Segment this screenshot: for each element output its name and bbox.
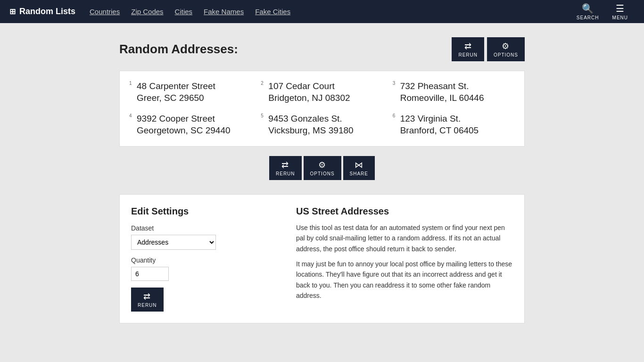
nav-link-zipcodes[interactable]: Zip Codes [131,8,163,16]
nav-right: 🔍 SEARCH ☰ MENU [570,0,635,23]
rerun-button-settings[interactable]: ⇄ RERUN [131,288,164,312]
address-street: 107 Cedar Court [268,81,383,92]
menu-button[interactable]: ☰ MENU [606,0,635,23]
quantity-group: Quantity [131,256,282,281]
rerun-label-settings: RERUN [138,303,157,308]
address-street: 48 Carpenter Street [137,81,251,92]
share-icon-bottom: ⋈ [355,160,363,170]
info-paragraph1: Use this tool as test data for an automa… [296,222,513,254]
info-panel: US Street Addresses Use this tool as tes… [296,206,513,312]
page-wrapper: Random Addresses: ⇄ RERUN ⚙ OPTIONS 1 48… [110,23,534,337]
navbar: ⊞ Random Lists Countries Zip Codes Citie… [0,0,644,23]
address-grid: 1 48 Carpenter Street Greer, SC 29650 2 … [129,81,515,137]
brand-icon: ⊞ [9,7,16,16]
address-item: 3 732 Pheasant St. Romeoville, IL 60446 [393,81,515,104]
share-label-bottom: SHARE [350,171,368,176]
bottom-buttons: ⇄ RERUN ⚙ OPTIONS ⋈ SHARE [119,156,525,180]
dataset-group: Dataset Addresses People Places [131,224,282,250]
info-paragraph2: It may just be fun to annoy your local p… [296,259,513,301]
rerun-icon-bottom: ⇄ [281,160,289,170]
page-title: Random Addresses: [119,42,238,57]
address-city: Greer, SC 29650 [137,92,251,104]
address-city: Branford, CT 06405 [400,125,515,137]
address-card: 1 48 Carpenter Street Greer, SC 29650 2 … [119,71,525,147]
address-number: 1 [129,81,132,86]
options-button-top[interactable]: ⚙ OPTIONS [487,37,525,61]
address-item: 6 123 Virginia St. Branford, CT 06405 [393,113,515,136]
options-button-bottom[interactable]: ⚙ OPTIONS [304,156,341,180]
rerun-label-top: RERUN [458,52,478,58]
nav-link-cities[interactable]: Cities [175,8,193,16]
page-header: Random Addresses: ⇄ RERUN ⚙ OPTIONS [119,37,525,61]
options-icon-top: ⚙ [502,41,510,51]
rerun-button-bottom[interactable]: ⇄ RERUN [269,156,302,180]
rerun-icon-top: ⇄ [464,41,472,51]
address-item: 5 9453 Gonzales St. Vicksburg, MS 39180 [261,113,383,136]
nav-link-fakecities[interactable]: Fake Cities [255,8,290,16]
address-number: 6 [393,113,396,119]
dataset-select[interactable]: Addresses People Places [131,235,216,250]
address-street: 9392 Cooper Street [137,113,251,125]
options-label-bottom: OPTIONS [310,171,335,176]
settings-title: Edit Settings [131,206,282,217]
address-street: 9453 Gonzales St. [268,113,383,125]
info-title: US Street Addresses [296,206,513,217]
nav-link-fakenames[interactable]: Fake Names [204,8,244,16]
options-icon-bottom: ⚙ [318,160,326,170]
address-item: 2 107 Cedar Court Bridgeton, NJ 08302 [261,81,383,104]
address-number: 5 [261,113,264,119]
rerun-button-top[interactable]: ⇄ RERUN [452,37,484,61]
nav-links: Countries Zip Codes Cities Fake Names Fa… [90,8,570,16]
share-button-bottom[interactable]: ⋈ SHARE [343,156,375,180]
search-label: SEARCH [577,15,599,20]
address-item: 1 48 Carpenter Street Greer, SC 29650 [129,81,251,104]
quantity-input[interactable] [131,267,169,281]
edit-settings-panel: Edit Settings Dataset Addresses People P… [131,206,282,312]
rerun-label-bottom: RERUN [276,171,295,176]
header-buttons: ⇄ RERUN ⚙ OPTIONS [452,37,525,61]
menu-label: MENU [612,15,628,20]
rerun-icon-settings: ⇄ [143,291,151,302]
address-number: 4 [129,113,132,119]
address-city: Bridgeton, NJ 08302 [268,92,383,104]
options-label-top: OPTIONS [494,52,518,58]
menu-icon: ☰ [616,3,624,14]
address-street: 123 Virginia St. [400,113,515,125]
address-city: Vicksburg, MS 39180 [268,125,383,137]
address-street: 732 Pheasant St. [400,81,515,92]
address-city: Georgetown, SC 29440 [137,125,251,137]
address-item: 4 9392 Cooper Street Georgetown, SC 2944… [129,113,251,136]
nav-link-countries[interactable]: Countries [90,8,120,16]
lower-section: Edit Settings Dataset Addresses People P… [119,194,525,323]
search-button[interactable]: 🔍 SEARCH [570,0,606,23]
brand-name: Random Lists [19,7,75,16]
quantity-label: Quantity [131,256,282,264]
search-icon: 🔍 [582,3,594,14]
brand-link[interactable]: ⊞ Random Lists [9,7,75,16]
address-number: 3 [393,81,396,86]
address-city: Romeoville, IL 60446 [400,92,515,104]
dataset-label: Dataset [131,224,282,232]
address-number: 2 [261,81,264,86]
